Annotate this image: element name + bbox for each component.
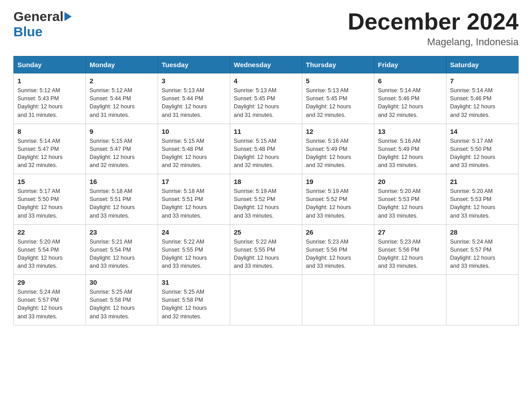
logo-general-text: General xyxy=(13,9,64,24)
calendar-cell: 27 Sunrise: 5:23 AMSunset: 5:56 PMDaylig… xyxy=(374,224,446,275)
day-info: Sunrise: 5:19 AMSunset: 5:52 PMDaylight:… xyxy=(234,188,279,218)
day-number: 15 xyxy=(17,178,82,185)
calendar-cell: 5 Sunrise: 5:13 AMSunset: 5:45 PMDayligh… xyxy=(302,73,374,124)
title-block: December 2024 Magelang, Indonesia xyxy=(348,9,519,48)
day-info: Sunrise: 5:21 AMSunset: 5:54 PMDaylight:… xyxy=(90,239,135,269)
calendar-cell: 16 Sunrise: 5:18 AMSunset: 5:51 PMDaylig… xyxy=(86,174,158,225)
calendar-cell: 18 Sunrise: 5:19 AMSunset: 5:52 PMDaylig… xyxy=(230,174,302,225)
calendar-cell: 30 Sunrise: 5:25 AMSunset: 5:58 PMDaylig… xyxy=(86,275,158,325)
calendar-cell: 21 Sunrise: 5:20 AMSunset: 5:53 PMDaylig… xyxy=(446,174,519,225)
day-info: Sunrise: 5:24 AMSunset: 5:57 PMDaylight:… xyxy=(17,289,63,319)
day-info: Sunrise: 5:25 AMSunset: 5:58 PMDaylight:… xyxy=(162,289,207,319)
day-info: Sunrise: 5:15 AMSunset: 5:47 PMDaylight:… xyxy=(90,138,135,168)
day-info: Sunrise: 5:13 AMSunset: 5:45 PMDaylight:… xyxy=(306,87,351,118)
day-info: Sunrise: 5:15 AMSunset: 5:48 PMDaylight:… xyxy=(162,138,207,168)
day-number: 19 xyxy=(306,178,370,185)
calendar-cell xyxy=(374,275,446,325)
day-info: Sunrise: 5:17 AMSunset: 5:50 PMDaylight:… xyxy=(450,138,495,168)
calendar-cell: 1 Sunrise: 5:12 AMSunset: 5:43 PMDayligh… xyxy=(14,73,86,124)
calendar-cell: 11 Sunrise: 5:15 AMSunset: 5:48 PMDaylig… xyxy=(230,124,302,174)
calendar-cell: 14 Sunrise: 5:17 AMSunset: 5:50 PMDaylig… xyxy=(446,124,519,174)
calendar-cell xyxy=(230,275,302,325)
calendar-cell: 9 Sunrise: 5:15 AMSunset: 5:47 PMDayligh… xyxy=(86,124,158,174)
col-sunday: Sunday xyxy=(14,56,86,73)
day-number: 12 xyxy=(306,128,370,135)
calendar-week-row: 15 Sunrise: 5:17 AMSunset: 5:50 PMDaylig… xyxy=(14,174,519,225)
day-info: Sunrise: 5:23 AMSunset: 5:56 PMDaylight:… xyxy=(378,239,423,269)
day-number: 1 xyxy=(17,77,82,85)
month-title: December 2024 xyxy=(348,9,519,34)
calendar-cell: 25 Sunrise: 5:22 AMSunset: 5:55 PMDaylig… xyxy=(230,224,302,275)
day-number: 26 xyxy=(306,228,370,236)
day-number: 13 xyxy=(378,128,442,135)
day-info: Sunrise: 5:14 AMSunset: 5:46 PMDaylight:… xyxy=(450,87,495,118)
col-saturday: Saturday xyxy=(446,56,519,73)
calendar-cell: 20 Sunrise: 5:20 AMSunset: 5:53 PMDaylig… xyxy=(374,174,446,225)
calendar-cell: 15 Sunrise: 5:17 AMSunset: 5:50 PMDaylig… xyxy=(14,174,86,225)
day-number: 22 xyxy=(17,228,82,236)
logo: General Blue xyxy=(13,9,72,39)
day-info: Sunrise: 5:20 AMSunset: 5:54 PMDaylight:… xyxy=(17,239,63,269)
day-info: Sunrise: 5:12 AMSunset: 5:43 PMDaylight:… xyxy=(17,87,63,118)
day-info: Sunrise: 5:24 AMSunset: 5:57 PMDaylight:… xyxy=(450,239,495,269)
day-number: 27 xyxy=(378,228,442,236)
day-number: 2 xyxy=(90,77,154,85)
day-info: Sunrise: 5:17 AMSunset: 5:50 PMDaylight:… xyxy=(17,188,63,218)
day-info: Sunrise: 5:20 AMSunset: 5:53 PMDaylight:… xyxy=(450,188,495,218)
day-number: 31 xyxy=(162,278,226,286)
logo-blue-text: Blue xyxy=(13,24,43,39)
calendar-cell: 7 Sunrise: 5:14 AMSunset: 5:46 PMDayligh… xyxy=(446,73,519,124)
col-thursday: Thursday xyxy=(302,56,374,73)
day-number: 28 xyxy=(450,228,515,236)
day-info: Sunrise: 5:19 AMSunset: 5:52 PMDaylight:… xyxy=(306,188,351,218)
day-info: Sunrise: 5:13 AMSunset: 5:45 PMDaylight:… xyxy=(234,87,279,118)
calendar-week-row: 22 Sunrise: 5:20 AMSunset: 5:54 PMDaylig… xyxy=(14,224,519,275)
day-number: 23 xyxy=(90,228,154,236)
day-info: Sunrise: 5:14 AMSunset: 5:47 PMDaylight:… xyxy=(17,138,63,168)
day-number: 3 xyxy=(162,77,226,85)
col-monday: Monday xyxy=(86,56,158,73)
day-info: Sunrise: 5:22 AMSunset: 5:55 PMDaylight:… xyxy=(162,239,207,269)
day-number: 6 xyxy=(378,77,442,85)
day-number: 24 xyxy=(162,228,226,236)
day-info: Sunrise: 5:20 AMSunset: 5:53 PMDaylight:… xyxy=(378,188,423,218)
day-number: 14 xyxy=(450,128,515,135)
location-title: Magelang, Indonesia xyxy=(348,36,519,48)
day-number: 21 xyxy=(450,178,515,185)
page-header: General Blue December 2024 Magelang, Ind… xyxy=(13,9,519,48)
day-number: 29 xyxy=(17,278,82,286)
calendar-cell: 17 Sunrise: 5:18 AMSunset: 5:51 PMDaylig… xyxy=(158,174,230,225)
day-info: Sunrise: 5:15 AMSunset: 5:48 PMDaylight:… xyxy=(234,138,279,168)
calendar-cell: 6 Sunrise: 5:14 AMSunset: 5:46 PMDayligh… xyxy=(374,73,446,124)
day-number: 11 xyxy=(234,128,298,135)
day-info: Sunrise: 5:12 AMSunset: 5:44 PMDaylight:… xyxy=(90,87,135,118)
day-info: Sunrise: 5:13 AMSunset: 5:44 PMDaylight:… xyxy=(162,87,207,118)
col-tuesday: Tuesday xyxy=(158,56,230,73)
calendar-cell: 22 Sunrise: 5:20 AMSunset: 5:54 PMDaylig… xyxy=(14,224,86,275)
day-info: Sunrise: 5:22 AMSunset: 5:55 PMDaylight:… xyxy=(234,239,279,269)
calendar-table: Sunday Monday Tuesday Wednesday Thursday… xyxy=(13,56,519,325)
calendar-cell: 4 Sunrise: 5:13 AMSunset: 5:45 PMDayligh… xyxy=(230,73,302,124)
calendar-header-row: Sunday Monday Tuesday Wednesday Thursday… xyxy=(14,56,519,73)
day-number: 8 xyxy=(17,128,82,135)
day-number: 10 xyxy=(162,128,226,135)
day-number: 16 xyxy=(90,178,154,185)
day-number: 9 xyxy=(90,128,154,135)
day-number: 25 xyxy=(234,228,298,236)
day-info: Sunrise: 5:16 AMSunset: 5:49 PMDaylight:… xyxy=(378,138,423,168)
day-number: 7 xyxy=(450,77,515,85)
calendar-cell: 2 Sunrise: 5:12 AMSunset: 5:44 PMDayligh… xyxy=(86,73,158,124)
day-info: Sunrise: 5:23 AMSunset: 5:56 PMDaylight:… xyxy=(306,239,351,269)
day-info: Sunrise: 5:16 AMSunset: 5:49 PMDaylight:… xyxy=(306,138,351,168)
col-wednesday: Wednesday xyxy=(230,56,302,73)
day-info: Sunrise: 5:25 AMSunset: 5:58 PMDaylight:… xyxy=(90,289,135,319)
calendar-cell: 31 Sunrise: 5:25 AMSunset: 5:58 PMDaylig… xyxy=(158,275,230,325)
calendar-week-row: 1 Sunrise: 5:12 AMSunset: 5:43 PMDayligh… xyxy=(14,73,519,124)
day-number: 5 xyxy=(306,77,370,85)
calendar-cell: 3 Sunrise: 5:13 AMSunset: 5:44 PMDayligh… xyxy=(158,73,230,124)
calendar-cell: 12 Sunrise: 5:16 AMSunset: 5:49 PMDaylig… xyxy=(302,124,374,174)
calendar-cell: 29 Sunrise: 5:24 AMSunset: 5:57 PMDaylig… xyxy=(14,275,86,325)
col-friday: Friday xyxy=(374,56,446,73)
calendar-cell: 13 Sunrise: 5:16 AMSunset: 5:49 PMDaylig… xyxy=(374,124,446,174)
calendar-cell xyxy=(302,275,374,325)
